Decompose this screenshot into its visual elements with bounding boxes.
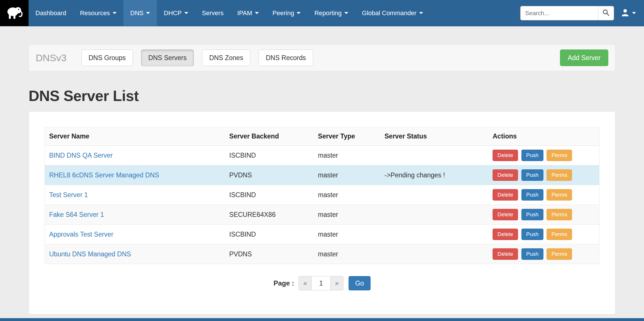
tab-dns-servers[interactable]: DNS Servers — [141, 49, 194, 66]
delete-button[interactable]: Delete — [493, 209, 518, 220]
column-header-server-name: Server Name — [45, 127, 225, 146]
delete-button[interactable]: Delete — [493, 189, 518, 201]
user-icon — [621, 8, 629, 18]
perms-button[interactable]: Perms — [547, 189, 572, 201]
server-backend-cell: ISCBIND — [225, 185, 314, 205]
perms-button[interactable]: Perms — [547, 169, 572, 181]
server-status-cell — [380, 205, 488, 225]
server-status-cell: ->Pending changes ! — [380, 165, 488, 185]
actions-cell: Delete Push Perms — [488, 146, 599, 165]
next-page-button[interactable]: » — [330, 276, 343, 290]
dnsv3-label: DNSv3 — [36, 52, 67, 64]
column-header-server-type: Server Type — [314, 127, 380, 146]
nav-item-global-commander[interactable]: Global Commander — [355, 0, 430, 26]
push-button[interactable]: Push — [521, 169, 543, 181]
nav-item-label: Resources — [80, 9, 110, 17]
server-name-link[interactable]: Approvals Test Server — [49, 231, 113, 238]
server-backend-cell: PVDNS — [225, 165, 314, 185]
column-header-actions: Actions — [488, 127, 599, 146]
tab-dns-records[interactable]: DNS Records — [259, 49, 313, 66]
server-name-link[interactable]: Fake S64 Server 1 — [49, 211, 104, 218]
chevron-down-icon — [184, 12, 188, 14]
perms-button[interactable]: Perms — [547, 229, 572, 240]
server-status-cell — [380, 185, 488, 205]
delete-button[interactable]: Delete — [493, 229, 518, 240]
server-status-cell — [380, 146, 488, 165]
nav-item-label: Reporting — [314, 9, 341, 17]
add-server-button[interactable]: Add Server — [560, 49, 608, 66]
nav-item-dashboard[interactable]: Dashboard — [29, 0, 73, 26]
delete-button[interactable]: Delete — [493, 150, 518, 161]
prev-page-button[interactable]: « — [299, 276, 312, 290]
tab-dns-groups[interactable]: DNS Groups — [81, 49, 133, 66]
top-navbar: Dashboard Resources DNS DHCP Servers IPA… — [0, 0, 644, 26]
perms-button[interactable]: Perms — [547, 209, 572, 220]
server-type-cell: master — [314, 185, 380, 205]
table-row: Fake S64 Server 1 SECURE64X86 master Del… — [45, 205, 599, 225]
perms-button[interactable]: Perms — [547, 150, 572, 161]
dns-subnav-panel: DNSv3 DNS Groups DNS Servers DNS Zones D… — [29, 44, 615, 71]
search-input[interactable] — [520, 6, 598, 20]
table-row: Ubuntu DNS Managed DNS PVDNS master Dele… — [45, 244, 599, 264]
push-button[interactable]: Push — [521, 248, 543, 260]
actions-cell: Delete Push Perms — [488, 244, 599, 264]
actions-cell: Delete Push Perms — [488, 225, 599, 244]
navbar-right — [520, 0, 644, 26]
push-button[interactable]: Push — [521, 209, 543, 220]
nav-item-peering[interactable]: Peering — [266, 0, 308, 26]
delete-button[interactable]: Delete — [493, 248, 518, 260]
column-header-server-backend: Server Backend — [225, 127, 314, 146]
nav-item-servers[interactable]: Servers — [195, 0, 231, 26]
delete-button[interactable]: Delete — [493, 169, 518, 181]
table-row: Approvals Test Server ISCBIND master Del… — [45, 225, 599, 244]
nav-item-label: IPAM — [237, 9, 252, 17]
search-icon — [602, 9, 610, 17]
nav-item-label: DNS — [130, 9, 143, 17]
chevron-down-icon — [255, 12, 259, 14]
column-header-server-status: Server Status — [380, 127, 488, 146]
server-name-link[interactable]: Test Server 1 — [49, 191, 88, 199]
table-row: BIND DNS QA Server ISCBIND master Delete… — [45, 146, 599, 165]
page-label: Page : — [273, 279, 294, 287]
provision-logo[interactable] — [0, 0, 29, 26]
user-menu[interactable] — [619, 8, 638, 18]
main-nav: Dashboard Resources DNS DHCP Servers IPA… — [29, 0, 430, 26]
nav-item-ipam[interactable]: IPAM — [230, 0, 265, 26]
nav-item-reporting[interactable]: Reporting — [307, 0, 355, 26]
pagination: Page : « » Go — [45, 276, 599, 290]
server-status-cell — [380, 225, 488, 244]
page-number-input[interactable] — [312, 276, 331, 290]
actions-cell: Delete Push Perms — [488, 165, 599, 185]
actions-cell: Delete Push Perms — [488, 205, 599, 225]
dns-server-table: Server Name Server Backend Server Type S… — [45, 127, 599, 264]
footer-bar — [0, 318, 644, 321]
nav-item-resources[interactable]: Resources — [73, 0, 123, 26]
push-button[interactable]: Push — [521, 189, 543, 201]
push-button[interactable]: Push — [521, 229, 543, 240]
pager-group: « » — [299, 276, 343, 290]
server-name-link[interactable]: RHEL8 6cDNS Server Managed DNS — [49, 171, 159, 179]
main-content: DNSv3 DNS Groups DNS Servers DNS Zones D… — [29, 44, 615, 314]
nav-item-dhcp[interactable]: DHCP — [157, 0, 195, 26]
nav-item-label: Peering — [273, 9, 294, 17]
server-backend-cell: SECURE64X86 — [225, 205, 314, 225]
server-type-cell: master — [314, 146, 380, 165]
chevron-down-icon — [344, 12, 348, 14]
perms-button[interactable]: Perms — [547, 248, 572, 260]
push-button[interactable]: Push — [521, 150, 543, 161]
server-type-cell: master — [314, 165, 380, 185]
table-row: RHEL8 6cDNS Server Managed DNS PVDNS mas… — [45, 165, 599, 185]
go-button[interactable]: Go — [349, 276, 371, 290]
chevron-down-icon — [113, 12, 117, 14]
chevron-down-icon — [146, 12, 150, 14]
search-group — [520, 6, 614, 20]
search-button[interactable] — [598, 6, 614, 20]
server-name-link[interactable]: Ubuntu DNS Managed DNS — [49, 250, 131, 258]
server-name-link[interactable]: BIND DNS QA Server — [49, 152, 113, 159]
chevron-down-icon — [632, 12, 636, 14]
chevron-down-icon — [297, 12, 301, 14]
tab-dns-zones[interactable]: DNS Zones — [202, 49, 250, 66]
nav-item-label: Dashboard — [35, 9, 66, 17]
server-type-cell: master — [314, 205, 380, 225]
nav-item-dns[interactable]: DNS — [123, 0, 157, 26]
